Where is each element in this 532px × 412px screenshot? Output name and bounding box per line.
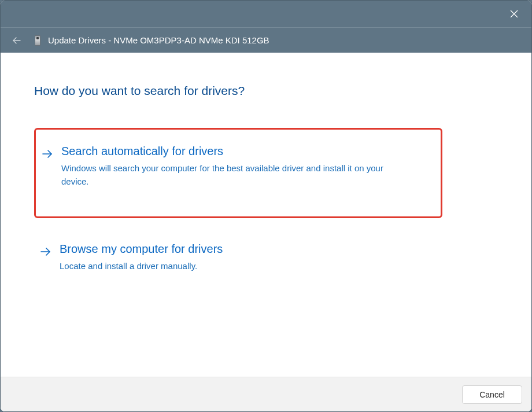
option-description: Windows will search your computer for th…	[61, 161, 408, 189]
close-button[interactable]	[504, 3, 524, 24]
option-body: Search automatically for drivers Windows…	[61, 145, 430, 189]
arrow-right-icon	[42, 148, 53, 162]
update-drivers-dialog: Update Drivers - NVMe OM3PDP3-AD NVMe KD…	[0, 0, 532, 412]
option-body: Browse my computer for drivers Locate an…	[60, 242, 493, 273]
window-title-wrap: Update Drivers - NVMe OM3PDP3-AD NVMe KD…	[33, 35, 269, 46]
content-area: How do you want to search for drivers? S…	[1, 53, 531, 377]
close-icon	[510, 10, 518, 18]
option-browse-computer[interactable]: Browse my computer for drivers Locate an…	[34, 237, 500, 281]
header: Update Drivers - NVMe OM3PDP3-AD NVMe KD…	[1, 27, 531, 53]
arrow-left-icon	[12, 36, 21, 45]
option-title: Search automatically for drivers	[61, 145, 430, 158]
device-icon	[33, 35, 42, 46]
page-heading: How do you want to search for drivers?	[34, 84, 500, 98]
option-search-automatically[interactable]: Search automatically for drivers Windows…	[34, 128, 442, 218]
back-button[interactable]	[10, 34, 24, 47]
cancel-button[interactable]: Cancel	[462, 385, 522, 404]
window-title: Update Drivers - NVMe OM3PDP3-AD NVMe KD…	[48, 35, 269, 45]
titlebar	[1, 1, 531, 27]
option-title: Browse my computer for drivers	[60, 242, 493, 256]
footer: Cancel	[1, 377, 531, 411]
arrow-right-icon	[40, 246, 51, 260]
option-description: Locate and install a driver manually.	[60, 259, 407, 273]
